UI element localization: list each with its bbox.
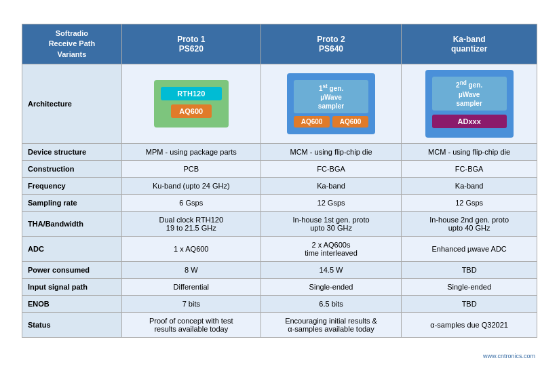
val-sampling-rate-1: 6 Gsps xyxy=(121,194,261,211)
val-device-structure-2: MCM - using flip-chip die xyxy=(261,143,402,160)
val-power-consumed-2: 14.5 W xyxy=(261,261,402,278)
arch-col2: 1st gen.µWavesampler AQ600 AQ600 xyxy=(261,64,402,143)
val-input-signal-path-1: Differential xyxy=(121,278,261,295)
row-device-structure: Device structure MPM - using package par… xyxy=(22,143,537,160)
val-construction-2: FC-BGA xyxy=(261,160,402,177)
row-frequency: Frequency Ku-band (upto 24 GHz) Ka-band … xyxy=(22,177,537,194)
row-adc: ADC 1 x AQ600 2 x AQ600s time interleave… xyxy=(22,236,537,261)
val-tha-bandwidth-3: In-house 2nd gen. proto upto 40 GHz xyxy=(402,211,537,236)
val-adc-1: 1 x AQ600 xyxy=(121,236,261,261)
val-adc-3: Enhanced µwave ADC xyxy=(402,236,537,261)
val-tha-bandwidth-1: Dual clock RTH120 19 to 21.5 GHz xyxy=(121,211,261,236)
label-status: Status xyxy=(22,312,122,337)
row-construction: Construction PCB FC-BGA FC-BGA xyxy=(22,160,537,177)
val-sampling-rate-3: 12 Gsps xyxy=(402,194,537,211)
val-enob-2: 6.5 bits xyxy=(261,295,402,312)
label-construction: Construction xyxy=(22,160,122,177)
val-frequency-1: Ku-band (upto 24 GHz) xyxy=(121,177,261,194)
watermark-text: www.cntronics.com xyxy=(20,351,539,361)
row-power-consumed: Power consumed 8 W 14.5 W TBD xyxy=(22,261,537,278)
row-enob: ENOB 7 bits 6.5 bits TBD xyxy=(22,295,537,312)
val-device-structure-1: MPM - using package parts xyxy=(121,143,261,160)
header-col0: SoftradioReceive PathVariants xyxy=(22,24,122,64)
label-device-structure: Device structure xyxy=(22,143,122,160)
label-architecture: Architecture xyxy=(22,64,122,143)
val-status-1: Proof of concept with test results avail… xyxy=(121,312,261,337)
header-col3: Ka-band quantizer xyxy=(402,24,537,64)
val-construction-3: FC-BGA xyxy=(402,160,537,177)
arch-col1: RTH120 AQ600 xyxy=(121,64,261,143)
val-construction-1: PCB xyxy=(121,160,261,177)
val-adc-2: 2 x AQ600s time interleaved xyxy=(261,236,402,261)
val-sampling-rate-2: 12 Gsps xyxy=(261,194,402,211)
header-col1: Proto 1 PS620 xyxy=(121,24,261,64)
row-status: Status Proof of concept with test result… xyxy=(22,312,537,337)
label-adc: ADC xyxy=(22,236,122,261)
label-sampling-rate: Sampling rate xyxy=(22,194,122,211)
val-device-structure-3: MCM - using flip-chip die xyxy=(402,143,537,160)
val-input-signal-path-3: Single-ended xyxy=(402,278,537,295)
val-frequency-2: Ka-band xyxy=(261,177,402,194)
label-input-signal-path: Input signal path xyxy=(22,278,122,295)
arch-col3: 2nd gen.µWavesampler ADxxx xyxy=(402,64,537,143)
label-enob: ENOB xyxy=(22,295,122,312)
val-status-3: α-samples due Q32021 xyxy=(402,312,537,337)
comparison-table: SoftradioReceive PathVariants Proto 1 PS… xyxy=(22,24,537,338)
val-tha-bandwidth-2: In-house 1st gen. proto upto 30 GHz xyxy=(261,211,402,236)
row-tha-bandwidth: THA/Bandwidth Dual clock RTH120 19 to 21… xyxy=(22,211,537,236)
label-frequency: Frequency xyxy=(22,177,122,194)
row-input-signal-path: Input signal path Differential Single-en… xyxy=(22,278,537,295)
val-enob-3: TBD xyxy=(402,295,537,312)
row-architecture: Architecture RTH120 AQ600 1st gen.µWaves… xyxy=(22,64,537,143)
label-power-consumed: Power consumed xyxy=(22,261,122,278)
val-frequency-3: Ka-band xyxy=(402,177,537,194)
header-col2: Proto 2 PS640 xyxy=(261,24,402,64)
val-enob-1: 7 bits xyxy=(121,295,261,312)
val-input-signal-path-2: Single-ended xyxy=(261,278,402,295)
row-sampling-rate: Sampling rate 6 Gsps 12 Gsps 12 Gsps xyxy=(22,194,537,211)
val-status-2: Encouraging initial results & α-samples … xyxy=(261,312,402,337)
val-power-consumed-1: 8 W xyxy=(121,261,261,278)
label-tha-bandwidth: THA/Bandwidth xyxy=(22,211,122,236)
val-power-consumed-3: TBD xyxy=(402,261,537,278)
